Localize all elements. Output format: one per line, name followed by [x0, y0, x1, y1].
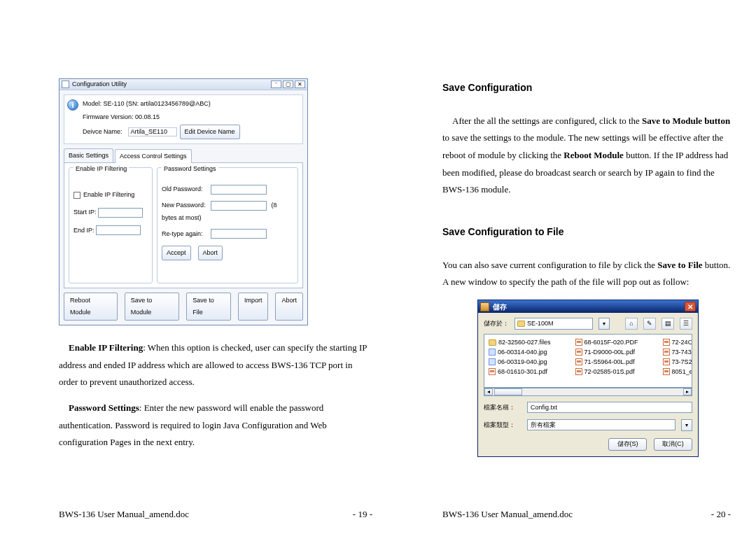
save-location-label: 儲存於： [484, 318, 509, 330]
pdf-file-icon [575, 358, 582, 365]
list-view-icon[interactable]: ▤ [662, 318, 674, 330]
file-item-label: 68-01610-301.pdf [498, 366, 547, 378]
file-item[interactable]: 8051_e.pdf [663, 367, 692, 377]
paragraph-password: Password Settings: Enter the new passwor… [59, 400, 372, 451]
info-icon: i [67, 99, 78, 111]
left-footer: BWS-136 User Manual_amend.doc - 19 - [59, 509, 372, 534]
filename-label: 檔案名稱： [484, 402, 522, 414]
save-to-file-button[interactable]: Save to File [186, 293, 231, 321]
old-password-label: Old Password: [162, 183, 211, 195]
config-titlebar: Configuration Utility ᵔ ▢ ✕ [59, 79, 307, 90]
pdf-file-icon [663, 368, 670, 375]
save-dialog-title: 儲存 [493, 300, 507, 314]
image-file-icon [489, 349, 496, 356]
pdf-file-icon [489, 368, 496, 375]
save-dialog-icon [480, 302, 489, 311]
file-item[interactable]: 72-02585-01S.pdf [575, 367, 638, 377]
new-folder-icon[interactable]: ✎ [643, 318, 656, 330]
bottom-abort-button[interactable]: Abort [275, 293, 303, 321]
cancel-button[interactable]: 取消(C) [654, 438, 692, 451]
filetype-combo[interactable]: 所有檔案 [527, 419, 676, 430]
retype-password-input[interactable] [211, 229, 267, 239]
file-list[interactable]: 82-32560-027.files06-00314-040.jpg06-003… [484, 334, 692, 388]
right-footer: BWS-136 User Manual_amend.doc - 20 - [442, 509, 731, 534]
system-menu-icon[interactable] [62, 80, 69, 88]
page-right: Save Configuration After the all the set… [442, 0, 731, 534]
new-password-label: New Password: [162, 199, 211, 211]
pdf-file-icon [575, 368, 582, 375]
heading-save-configuration: Save Configuration [442, 78, 731, 97]
end-ip-input[interactable] [96, 225, 141, 235]
up-folder-icon[interactable]: ⌂ [625, 318, 638, 330]
accept-button[interactable]: Accept [162, 246, 191, 260]
retype-password-label: Re-type again: [162, 228, 211, 240]
file-list-scrollbar[interactable]: ◂ ▸ [484, 388, 692, 396]
left-content: Configuration Utility ᵔ ▢ ✕ i Model: SE-… [59, 0, 372, 509]
left-footer-page: - 19 - [353, 509, 372, 520]
password-legend: Password Settings [162, 163, 218, 175]
pdf-file-icon [575, 339, 582, 346]
pdf-file-icon [575, 349, 582, 356]
device-name-value: Artila_SE110 [128, 127, 177, 136]
edit-device-name-button[interactable]: Edit Device Name [180, 125, 240, 139]
save-dialog: 儲存 ✕ 儲存於： SE-100M ▾ ⌂ ✎ ▤ ☰ 82-32 [477, 300, 699, 457]
config-window: Configuration Utility ᵔ ▢ ✕ i Model: SE-… [59, 78, 308, 325]
reboot-module-button[interactable]: Reboot Module [64, 293, 118, 321]
page-left: Configuration Utility ᵔ ▢ ✕ i Model: SE-… [59, 0, 372, 534]
tab-basic-settings[interactable]: Basic Settings [64, 148, 113, 162]
password-fieldset: Password Settings Old Password: New Pass… [157, 167, 298, 283]
save-dialog-close-icon[interactable]: ✕ [685, 302, 696, 311]
save-to-module-button[interactable]: Save to Module [125, 293, 179, 321]
close-icon[interactable]: ✕ [295, 80, 305, 88]
import-button[interactable]: Import [238, 293, 269, 321]
enable-ip-filtering-checkbox[interactable] [74, 192, 80, 199]
right-footer-doc: BWS-136 User Manual_amend.doc [442, 509, 573, 520]
save-location-combo[interactable]: SE-100M [514, 318, 593, 330]
right-footer-page: - 20 - [711, 509, 731, 520]
detail-view-icon[interactable]: ☰ [680, 318, 692, 330]
save-dialog-titlebar: 儲存 ✕ [478, 300, 698, 313]
device-name-label: Deivce Name: [83, 126, 122, 138]
bottom-button-bar: Reboot Module Save to Module Save to Fil… [64, 293, 303, 321]
file-item-label: 72-02585-01S.pdf [584, 366, 635, 378]
pdf-file-icon [663, 358, 670, 365]
tab-body: Enable IP Filtering Enable IP Filtering … [64, 163, 303, 288]
paragraph-save-file: You can also save current configuration … [442, 257, 731, 291]
left-footer-doc: BWS-136 User Manual_amend.doc [59, 509, 189, 520]
ip-filtering-legend: Enable IP Filtering [74, 163, 129, 175]
scroll-left-icon[interactable]: ◂ [484, 388, 493, 395]
tab-strip: Basic Settings Access Control Settings [64, 148, 303, 163]
device-info-pane: i Model: SE-110 (SN: artila0123456789@AB… [64, 94, 303, 144]
firmware-label: Firmware Version: 00.08.15 [83, 111, 298, 123]
filename-input[interactable]: Config.txt [527, 402, 692, 413]
scroll-right-icon[interactable]: ▸ [683, 388, 692, 395]
start-ip-label: Start IP: [74, 209, 97, 216]
old-password-input[interactable] [211, 185, 267, 195]
abort-button[interactable]: Abort [198, 246, 223, 260]
config-window-title: Configuration Utility [72, 78, 127, 90]
file-item-label: 8051_e.pdf [672, 366, 692, 378]
ip-filtering-lead: Enable IP Filtering [69, 342, 143, 353]
folder-icon [489, 339, 496, 346]
save-location-dropdown-icon[interactable]: ▾ [598, 318, 610, 330]
paragraph-ip-filtering: Enable IP Filtering: When this option is… [59, 339, 372, 391]
model-label: Model: SE-110 (SN: artila0123456789@ABC) [83, 98, 298, 110]
scroll-thumb[interactable] [494, 388, 522, 395]
end-ip-label: End IP: [74, 227, 94, 234]
heading-save-to-file: Save Configuration to File [442, 223, 731, 241]
pdf-file-icon [663, 339, 670, 346]
new-password-input[interactable] [211, 201, 267, 211]
password-lead: Password Settings [69, 402, 139, 413]
maximize-icon[interactable]: ▢ [283, 80, 293, 88]
save-button[interactable]: 儲存(S) [608, 438, 647, 451]
right-content: Save Configuration After the all the set… [442, 0, 731, 509]
start-ip-input[interactable] [98, 208, 143, 218]
save-location-value: SE-100M [527, 318, 554, 330]
tab-access-control[interactable]: Access Control Settings [115, 149, 192, 163]
enable-ip-filtering-label: Enable IP Filtering [83, 191, 134, 198]
minimize-icon[interactable]: ᵔ [271, 80, 281, 88]
filetype-dropdown-icon[interactable]: ▾ [681, 419, 692, 431]
filetype-label: 檔案類型： [484, 419, 522, 431]
folder-icon [517, 321, 525, 327]
file-item[interactable]: 68-01610-301.pdf [489, 367, 551, 377]
